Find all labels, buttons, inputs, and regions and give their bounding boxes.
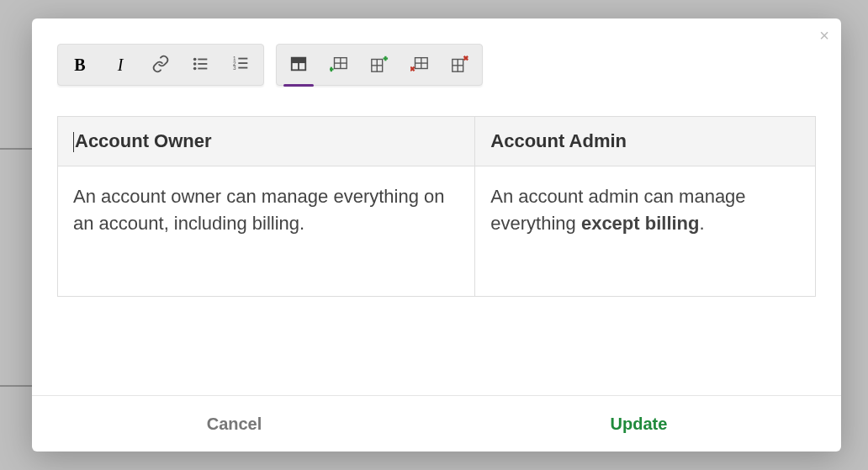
- header-text: Account Owner: [75, 130, 212, 151]
- add-row-icon: [330, 55, 348, 76]
- update-label: Update: [611, 415, 668, 434]
- bold-icon: B: [74, 55, 85, 75]
- bold-button[interactable]: B: [60, 48, 100, 82]
- link-icon: [151, 55, 170, 76]
- table-header-cell[interactable]: Account Owner: [58, 117, 475, 166]
- add-row-button[interactable]: [319, 48, 359, 82]
- modal-footer: Cancel Update: [32, 395, 841, 452]
- unordered-list-icon: [192, 55, 210, 76]
- header-text: Account Admin: [490, 130, 627, 151]
- svg-point-0: [193, 57, 197, 61]
- italic-button[interactable]: I: [100, 48, 140, 82]
- close-icon: ×: [819, 26, 829, 45]
- table-cell[interactable]: An account admin can manage everything e…: [475, 166, 816, 297]
- svg-rect-7: [238, 57, 247, 59]
- svg-point-4: [193, 66, 197, 70]
- delete-row-icon: [410, 55, 429, 76]
- svg-text:3: 3: [233, 65, 236, 71]
- table-header-cell[interactable]: Account Admin: [475, 117, 816, 166]
- svg-rect-1: [198, 58, 207, 60]
- editor-body[interactable]: Account Owner Account Admin An account o…: [32, 86, 841, 297]
- svg-rect-15: [292, 57, 306, 62]
- delete-column-icon: [451, 55, 469, 76]
- cancel-button[interactable]: Cancel: [32, 396, 437, 452]
- cancel-label: Cancel: [207, 415, 262, 434]
- add-column-icon: [370, 55, 389, 76]
- svg-rect-11: [238, 66, 247, 68]
- italic-icon: I: [118, 55, 124, 75]
- svg-rect-9: [238, 62, 247, 64]
- ordered-list-button[interactable]: 1 2 3: [221, 48, 262, 82]
- table-toolbar: [276, 44, 483, 86]
- editor-toolbars: B I: [32, 18, 841, 86]
- insert-table-button[interactable]: [278, 48, 319, 82]
- table-cell[interactable]: An account owner can manage everything o…: [58, 166, 475, 297]
- link-button[interactable]: [140, 48, 181, 82]
- table-icon: [289, 55, 308, 76]
- table-header-row[interactable]: Account Owner Account Admin: [58, 117, 816, 166]
- text-caret: [73, 132, 74, 152]
- svg-point-2: [193, 62, 197, 66]
- cell-text-bold: except billing: [581, 213, 700, 234]
- ordered-list-icon: 1 2 3: [232, 55, 251, 76]
- table-row[interactable]: An account owner can manage everything o…: [58, 166, 816, 297]
- add-column-button[interactable]: [359, 48, 400, 82]
- delete-column-button[interactable]: [440, 48, 480, 82]
- svg-rect-3: [198, 63, 207, 65]
- update-button[interactable]: Update: [437, 396, 841, 452]
- close-button[interactable]: ×: [819, 27, 829, 44]
- svg-rect-5: [198, 67, 207, 69]
- roles-table[interactable]: Account Owner Account Admin An account o…: [57, 116, 816, 297]
- unordered-list-button[interactable]: [181, 48, 221, 82]
- cell-text: .: [700, 213, 705, 234]
- text-format-toolbar: B I: [57, 44, 264, 86]
- cell-text: An account owner can manage everything o…: [73, 186, 445, 234]
- edit-modal: × B I: [32, 18, 841, 452]
- delete-row-button[interactable]: [400, 48, 440, 82]
